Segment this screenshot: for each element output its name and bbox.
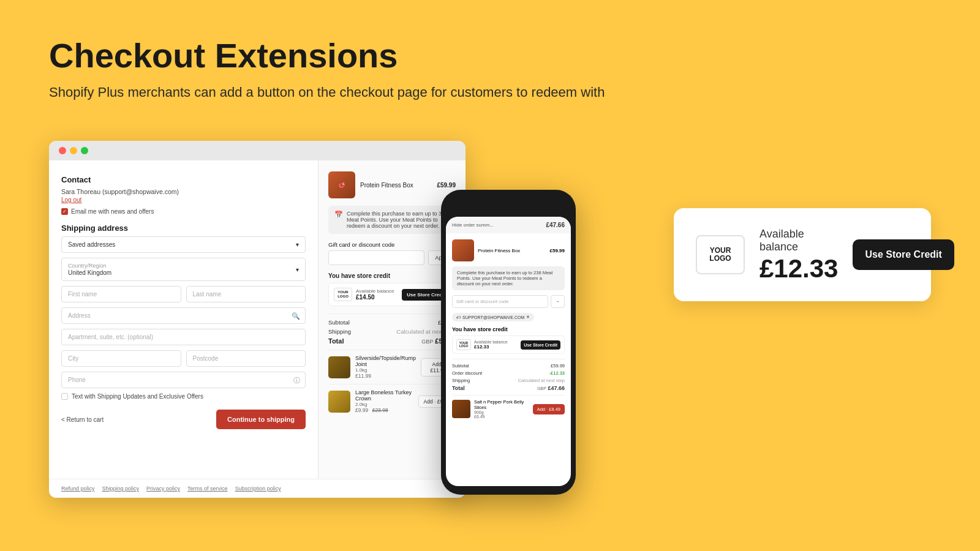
mobile-upsell-image: [452, 400, 470, 418]
maximize-icon[interactable]: [81, 147, 88, 154]
upsell-price-2: £9.99 £23.98: [355, 407, 413, 413]
available-balance-label: Available balance: [760, 228, 838, 253]
hide-summary-toggle[interactable]: Hide order summ...: [452, 222, 494, 228]
subtotal-row: Subtotal £59.99: [328, 319, 456, 326]
return-to-cart-link[interactable]: < Return to cart: [61, 416, 104, 423]
upsell-info-2: Large Boneless Turkey Crown 2.0kg £9.99 …: [355, 389, 413, 413]
city-field[interactable]: City: [61, 350, 181, 367]
mobile-totals: Subtotal £59.99 Order discount -£12.33 S…: [452, 359, 565, 391]
last-name-placeholder: Last name: [193, 291, 222, 298]
upsell-weight-2: 2.0kg: [355, 402, 413, 407]
continue-to-shipping-button[interactable]: Continue to shipping: [216, 410, 306, 429]
apt-field[interactable]: Apartment, suite, etc. (optional): [61, 329, 306, 345]
product-price: £59.99: [437, 182, 456, 189]
discount-input[interactable]: [328, 250, 424, 265]
upsell-item-2: Large Boneless Turkey Crown 2.0kg £9.99 …: [328, 384, 456, 418]
mobile-discount-input[interactable]: Gift card or discount code: [452, 295, 548, 308]
first-name-field[interactable]: First name: [61, 286, 181, 302]
logout-link[interactable]: Log out: [61, 197, 306, 203]
minimize-icon[interactable]: [70, 147, 77, 154]
email-opt-row: Email me with news and offers: [61, 208, 306, 215]
contact-name: Sara Thoreau (support@shopwaive.com): [61, 188, 306, 195]
browser-footer: Refund policy Shipping policy Privacy po…: [49, 479, 466, 498]
balance-label: Available balance: [356, 288, 398, 294]
saved-addresses-select[interactable]: Saved addresses ▾: [61, 236, 306, 253]
email-opt-label: Email me with news and offers: [71, 208, 154, 215]
browser-titlebar: [49, 141, 466, 160]
store-credit-title: You have store credit: [328, 272, 456, 279]
credit-card-info: Available balance £12.33: [760, 228, 838, 282]
first-name-placeholder: First name: [68, 291, 97, 298]
upsell-image-2: [328, 391, 350, 413]
refund-policy-link[interactable]: Refund policy: [61, 485, 95, 492]
tag-close-icon[interactable]: ✕: [526, 315, 530, 320]
mobile-logo: YOUR LOGO: [456, 339, 471, 350]
total-currency: GBP: [421, 339, 433, 345]
product-name: Protein Fitness Box: [360, 182, 432, 189]
mobile-product-price: £59.99: [550, 248, 565, 253]
total-row: Total GBP £59.99: [328, 337, 456, 345]
upsell-price-1: £11.99: [355, 373, 416, 379]
discount-section-label: Gift card or discount code: [328, 241, 456, 248]
page-subtitle: Shopify Plus merchants can add a button …: [49, 84, 931, 100]
store-credit-card: YOUR LOGO Available balance £12.33 Use S…: [674, 208, 931, 301]
browser-body: Contact Sara Thoreau (support@shopwaive.…: [49, 160, 466, 479]
tag-icon: 🏷: [456, 315, 461, 320]
upsell-image-1: [328, 356, 350, 378]
points-text: Complete this purchase to earn up to 300…: [347, 211, 450, 229]
mobile-screen: Hide order summ... £47.66 Protein Fitnes…: [446, 217, 571, 486]
shipping-policy-link[interactable]: Shipping policy: [102, 485, 140, 492]
use-store-credit-button-large[interactable]: Use Store Credit: [853, 239, 954, 270]
upsell-name-2: Large Boneless Turkey Crown: [355, 389, 413, 402]
page-title: Checkout Extensions: [49, 37, 931, 75]
country-value: United Kingdom: [68, 269, 111, 276]
mobile-upsell-add-button[interactable]: Add · £8.49: [533, 404, 565, 414]
text-updates-checkbox[interactable]: [61, 393, 68, 400]
discount-field: Apply: [328, 250, 456, 265]
search-icon: 🔍: [292, 312, 300, 320]
upsell-weight-1: 1.0kg: [355, 367, 416, 373]
mobile-balance-info: Available balance £12.33: [474, 340, 518, 350]
postcode-placeholder: Postcode: [193, 355, 219, 362]
mobile-apply-btn[interactable]: →: [551, 295, 565, 308]
phone-field[interactable]: Phone ⓘ: [61, 372, 306, 388]
mobile-store-credit-box: YOUR LOGO Available balance £12.33 Use S…: [452, 335, 565, 354]
mobile-upsell-item: Salt n Pepper Pork Belly Slices 900g £6.…: [452, 395, 565, 419]
points-text-mobile: Complete this purchase to earn up to 238…: [457, 270, 552, 287]
product-image: 🥩: [328, 171, 355, 198]
chevron-down-icon: ▾: [296, 241, 299, 248]
text-updates-row: Text with Shipping Updates and Exclusive…: [61, 393, 306, 400]
upsell-item-1: Silverside/Topside/Rump Joint 1.0kg £11.…: [328, 350, 456, 384]
mobile-discount-placeholder: Gift card or discount code: [456, 299, 508, 304]
mobile-content: Protein Fitness Box £59.99 Complete this…: [446, 233, 571, 425]
mobile-discount-row: Order discount -£12.33: [452, 370, 565, 376]
terms-link[interactable]: Terms of service: [187, 485, 228, 492]
mobile-product-name: Protein Fitness Box: [478, 248, 546, 253]
mobile-product-image: [452, 239, 474, 261]
mobile-total: £47.66: [546, 222, 565, 228]
balance-info: Available balance £14.50: [356, 288, 398, 301]
city-placeholder: City: [68, 355, 78, 362]
email-checkbox[interactable]: [61, 208, 68, 215]
phone-placeholder: Phone: [68, 377, 86, 383]
country-select[interactable]: Country/Region United Kingdom ▾: [61, 258, 306, 281]
points-banner: 📅 Complete this purchase to earn up to 3…: [328, 206, 456, 234]
address-placeholder: Address: [68, 312, 91, 319]
mobile-use-credit-button[interactable]: Use Store Credit: [521, 340, 560, 350]
store-credit-section: You have store credit YOUR LOGO Availabl…: [328, 272, 456, 306]
close-icon[interactable]: [59, 147, 66, 154]
postcode-field[interactable]: Postcode: [186, 350, 306, 367]
info-icon: ⓘ: [293, 375, 300, 384]
last-name-field[interactable]: Last name: [186, 286, 306, 302]
address-field[interactable]: Address 🔍: [61, 307, 306, 324]
shipping-title: Shipping address: [61, 223, 306, 233]
mobile-mockup: Hide order summ... £47.66 Protein Fitnes…: [441, 190, 576, 495]
privacy-policy-link[interactable]: Privacy policy: [146, 485, 180, 492]
name-row: First name Last name: [61, 286, 306, 307]
mobile-product: Protein Fitness Box £59.99: [452, 239, 565, 261]
form-actions: < Return to cart Continue to shipping: [61, 410, 306, 429]
subscription-policy-link[interactable]: Subscription policy: [235, 485, 281, 492]
available-balance-amount: £12.33: [760, 256, 838, 282]
apt-placeholder: Apartment, suite, etc. (optional): [68, 334, 153, 340]
page-wrapper: Checkout Extensions Shopify Plus merchan…: [0, 0, 980, 149]
